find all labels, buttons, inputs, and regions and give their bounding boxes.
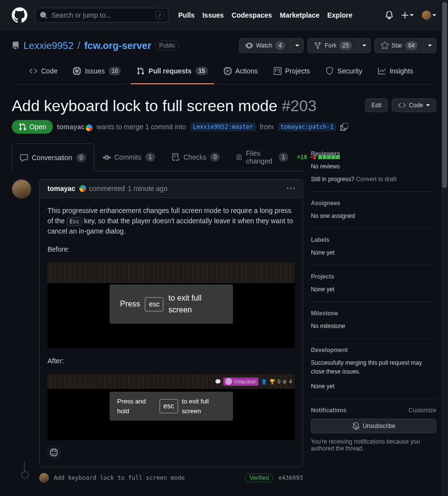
slash-key-hint: / bbox=[156, 11, 164, 19]
pr-number: #203 bbox=[282, 97, 316, 115]
unsubscribe-button[interactable]: Unsubscribe bbox=[311, 419, 436, 433]
pr-sidebar: Reviewers No reviews Still in progress? … bbox=[311, 143, 436, 483]
repo-name-link[interactable]: fcw.org-server bbox=[84, 40, 151, 51]
before-screenshot[interactable]: Pressescto exit full screen bbox=[47, 262, 295, 348]
comment: tomayac commented 1 minute ago This prog… bbox=[39, 179, 303, 467]
shield-icon bbox=[326, 67, 333, 75]
org-badge-icon bbox=[86, 124, 93, 131]
tab-code[interactable]: Code bbox=[24, 63, 63, 84]
user-menu[interactable] bbox=[422, 10, 436, 20]
path-separator: / bbox=[77, 40, 80, 51]
tab-files-changed[interactable]: Files changed1 bbox=[228, 143, 297, 171]
code-dropdown-button[interactable]: Code bbox=[392, 98, 436, 112]
notifications-heading: Notifications bbox=[311, 407, 347, 414]
play-icon bbox=[224, 67, 232, 75]
watch-button[interactable]: Watch 4 bbox=[239, 38, 292, 53]
repo-owner-link[interactable]: Lexxie9952 bbox=[24, 40, 73, 51]
pr-author-link[interactable]: tomayac bbox=[57, 123, 85, 131]
head-branch[interactable]: tomayac:patch-1 bbox=[278, 122, 336, 131]
comment-timestamp[interactable]: 1 minute ago bbox=[128, 185, 167, 192]
pr-state-badge: Open bbox=[12, 120, 53, 134]
pr-title: Add keyboard lock to full screen mode #2… bbox=[12, 96, 357, 115]
search-placeholder: Search or jump to... bbox=[51, 11, 152, 19]
convert-to-draft-link[interactable]: Convert to draft bbox=[356, 176, 397, 183]
avatar bbox=[422, 10, 431, 20]
eye-icon bbox=[245, 42, 253, 49]
chat-icon: 💬 bbox=[215, 378, 221, 385]
after-screenshot[interactable]: 💬 Volapükan 👤🏆0⊘4 Press and holdescto ex… bbox=[47, 374, 295, 440]
star-button[interactable]: Star 64 bbox=[375, 38, 424, 53]
reviewers-heading[interactable]: Reviewers bbox=[311, 150, 436, 157]
code-icon bbox=[29, 67, 37, 75]
github-logo-icon[interactable] bbox=[12, 7, 27, 23]
plus-icon bbox=[401, 11, 409, 19]
tab-checks[interactable]: Checks0 bbox=[164, 143, 229, 171]
star-icon bbox=[381, 42, 389, 49]
edit-button[interactable]: Edit bbox=[365, 98, 388, 112]
fork-icon bbox=[314, 42, 322, 49]
scrollbar[interactable] bbox=[441, 0, 448, 496]
nav-marketplace[interactable]: Marketplace bbox=[280, 11, 320, 19]
scrollbar-thumb[interactable] bbox=[442, 2, 447, 188]
kebab-icon[interactable] bbox=[287, 185, 295, 192]
commit-author-avatar[interactable] bbox=[39, 473, 49, 483]
pr-icon bbox=[137, 67, 144, 75]
comment-author-avatar[interactable] bbox=[12, 179, 31, 199]
copy-icon[interactable] bbox=[340, 123, 348, 131]
file-diff-icon bbox=[236, 153, 242, 161]
nav-issues[interactable]: Issues bbox=[202, 11, 224, 19]
customize-link[interactable]: Customize bbox=[408, 407, 436, 414]
create-new-dropdown[interactable] bbox=[401, 11, 414, 19]
notifications-icon[interactable] bbox=[385, 11, 393, 19]
comment-paragraph: This progressive enhancement changes ful… bbox=[47, 206, 295, 236]
commit-message-link[interactable]: Add keyboard lock to full screen mode bbox=[54, 474, 240, 481]
visibility-badge: Public bbox=[155, 41, 179, 50]
smiley-icon bbox=[50, 449, 58, 456]
tab-pull-requests[interactable]: Pull requests15 bbox=[131, 63, 213, 84]
after-label: After: bbox=[47, 356, 295, 366]
star-dropdown[interactable] bbox=[424, 38, 436, 53]
project-icon bbox=[274, 67, 282, 75]
comment-icon bbox=[20, 154, 28, 162]
tab-actions[interactable]: Actions bbox=[218, 63, 264, 84]
commit-timeline-item: Add keyboard lock to full screen mode Ve… bbox=[12, 467, 303, 483]
fork-button[interactable]: Fork 25 bbox=[307, 38, 358, 53]
graph-icon bbox=[378, 67, 386, 75]
milestone-heading[interactable]: Milestone bbox=[311, 310, 436, 317]
watch-dropdown[interactable] bbox=[291, 38, 304, 53]
tab-security[interactable]: Security bbox=[320, 63, 368, 84]
tab-conversation[interactable]: Conversation0 bbox=[12, 143, 94, 171]
pr-open-icon bbox=[19, 123, 26, 131]
base-branch[interactable]: Lexxie9952:master bbox=[190, 122, 256, 131]
code-icon bbox=[398, 101, 406, 109]
checklist-icon bbox=[172, 153, 180, 161]
issue-icon bbox=[73, 67, 81, 75]
before-label: Before: bbox=[47, 244, 295, 255]
org-badge-icon bbox=[79, 185, 86, 192]
labels-heading[interactable]: Labels bbox=[311, 236, 436, 243]
search-icon bbox=[40, 11, 47, 19]
verified-badge[interactable]: Verified bbox=[245, 473, 273, 482]
commit-sha-link[interactable]: e436093 bbox=[278, 474, 303, 481]
top-nav: Pulls Issues Codespaces Marketplace Expl… bbox=[178, 11, 353, 19]
projects-heading[interactable]: Projects bbox=[311, 273, 436, 280]
search-input[interactable]: Search or jump to... / bbox=[35, 8, 168, 23]
repo-header: Lexxie9952 / fcw.org-server Public Watch… bbox=[0, 30, 448, 85]
tab-issues[interactable]: Issues16 bbox=[67, 63, 127, 84]
kbd-esc: Esc bbox=[67, 217, 82, 226]
development-heading[interactable]: Development bbox=[311, 347, 436, 354]
tab-commits[interactable]: Commits1 bbox=[94, 143, 164, 171]
global-header: Search or jump to... / Pulls Issues Code… bbox=[0, 0, 448, 30]
svg-point-0 bbox=[76, 70, 78, 72]
tab-insights[interactable]: Insights bbox=[372, 63, 419, 84]
assignees-heading[interactable]: Assignees bbox=[311, 200, 436, 207]
fork-dropdown[interactable] bbox=[358, 38, 371, 53]
tab-projects[interactable]: Projects bbox=[268, 63, 316, 84]
add-reaction-button[interactable] bbox=[47, 446, 60, 459]
repo-icon bbox=[12, 42, 20, 49]
nav-codespaces[interactable]: Codespaces bbox=[232, 11, 272, 19]
nav-explore[interactable]: Explore bbox=[327, 11, 352, 19]
comment-author-link[interactable]: tomayac bbox=[47, 185, 75, 192]
bell-slash-icon bbox=[352, 422, 360, 430]
nav-pulls[interactable]: Pulls bbox=[178, 11, 194, 19]
